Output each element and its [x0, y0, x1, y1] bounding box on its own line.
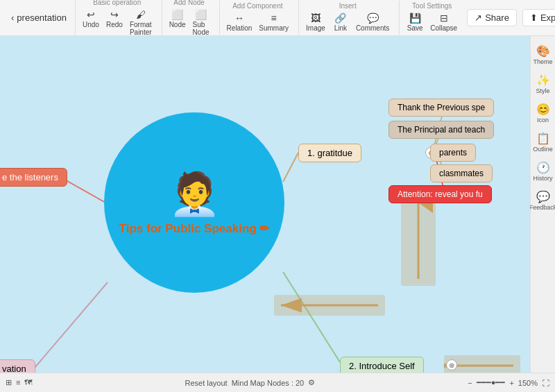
relation-button[interactable]: ↔ Relation — [224, 11, 255, 33]
collapse-icon: ⊟ — [440, 12, 448, 24]
back-button[interactable]: ‹ presentation — [6, 10, 72, 26]
undo-icon: ↩ — [87, 9, 95, 20]
insert-label: Insert — [339, 2, 357, 10]
basic-operation-label: Basic operation — [93, 0, 141, 6]
sub-node-button[interactable]: ⬜ Sub Node — [190, 8, 212, 37]
toolbar: ‹ presentation Basic operation ↩ Undo ↪ … — [0, 0, 555, 36]
introduce-collapse-button[interactable]: ⊕ — [446, 359, 457, 370]
share-icon: ↗ — [475, 12, 482, 23]
link-icon: 🔗 — [334, 12, 346, 24]
listeners-node[interactable]: e the listeners — [0, 168, 67, 187]
sidebar-item-style[interactable]: ✨ Style — [531, 71, 555, 97]
image-icon: 🖼 — [311, 12, 321, 24]
add-component-label: Add Component — [232, 2, 282, 10]
comments-icon: 💬 — [367, 12, 379, 24]
collapse-button[interactable]: ⊟ Collapse — [427, 11, 460, 33]
attention-node[interactable]: Attention: reveal you fu — [388, 185, 492, 203]
redo-icon: ↪ — [110, 9, 119, 20]
parents-node[interactable]: parents — [430, 144, 476, 162]
sidebar-item-icon[interactable]: 😊 Icon — [531, 100, 555, 126]
outline-icon: 📋 — [536, 132, 550, 145]
center-node[interactable]: 🧑‍💼 Tips for Public Speaking ✏ — [104, 112, 284, 293]
sidebar-item-theme[interactable]: 🎨 Theme — [531, 42, 555, 68]
history-icon: 🕐 — [536, 161, 550, 174]
list-icon[interactable]: ≡ — [16, 378, 20, 387]
style-icon: ✨ — [536, 74, 550, 87]
zoom-slider[interactable]: ━━━●━━ — [477, 378, 506, 387]
status-center: Reset layout Mind Map Nodes : 20 ⚙ — [185, 378, 316, 387]
main-area: 🧑‍💼 Tips for Public Speaking ✏ — [0, 36, 555, 392]
basic-operation-section: Basic operation ↩ Undo ↪ Redo 🖌 Format P… — [75, 0, 159, 39]
format-painter-icon: 🖌 — [136, 9, 146, 20]
app-title: presentation — [17, 12, 67, 23]
sidebar-item-outline[interactable]: 📋 Outline — [531, 129, 555, 155]
insert-section: Insert 🖼 Image 🔗 Link 💬 Comments — [298, 1, 396, 35]
thank-text: Thank the Previous spe — [398, 103, 485, 112]
tool-settings-section: Tool Settings 💾 Save ⊟ Collapse — [399, 1, 464, 35]
classmates-text: clasm​mates — [439, 169, 484, 178]
center-text: Tips for Public Speaking ✏ — [119, 221, 270, 236]
tool-settings-label: Tool Settings — [412, 2, 452, 10]
sidebar-item-history[interactable]: 🕐 History — [531, 158, 555, 185]
save-button[interactable]: 💾 Save — [404, 11, 426, 33]
svg-line-0 — [62, 178, 105, 203]
svg-rect-11 — [274, 295, 385, 316]
principal-text: The Principal and teach — [398, 125, 485, 135]
image-button[interactable]: 🖼 Image — [303, 11, 328, 33]
add-node-label: Add Node — [173, 0, 204, 6]
back-icon: ‹ — [11, 12, 14, 23]
theme-icon: 🎨 — [536, 44, 550, 58]
canvas[interactable]: 🧑‍💼 Tips for Public Speaking ✏ — [0, 36, 530, 392]
classmates-node[interactable]: clasm​mates — [430, 164, 493, 182]
link-button[interactable]: 🔗 Link — [330, 11, 352, 33]
settings-icon[interactable]: ⚙ — [308, 378, 315, 387]
feedback-icon: 💬 — [536, 190, 550, 203]
thank-node[interactable]: Thank the Previous spe — [388, 99, 494, 117]
map-icon[interactable]: 🗺 — [24, 378, 32, 387]
introduce-text: 2. Introduce Self — [349, 361, 415, 371]
sub-node-icon: ⬜ — [195, 9, 207, 20]
svg-line-1 — [283, 153, 298, 182]
gratitude-text: 1. gratitdue — [307, 148, 352, 158]
listeners-text: e the listeners — [2, 172, 58, 182]
undo-button[interactable]: ↩ Undo — [80, 8, 102, 37]
node-count: Mind Map Nodes : 20 — [232, 379, 305, 387]
right-sidebar: 🎨 Theme ✨ Style 😊 Icon 📋 Outline 🕐 Histo… — [530, 36, 555, 392]
zoom-in-button[interactable]: + — [509, 379, 513, 387]
export-icon: ⬆ — [530, 12, 538, 23]
status-bar: ⊞ ≡ 🗺 Reset layout Mind Map Nodes : 20 ⚙… — [0, 373, 555, 392]
format-painter-button[interactable]: 🖌 Format Painter — [127, 8, 155, 37]
comments-button[interactable]: 💬 Comments — [353, 11, 392, 33]
save-icon: 💾 — [409, 12, 421, 24]
zoom-level: 150% — [518, 379, 538, 387]
gratitude-node[interactable]: 1. gratitdue — [298, 144, 361, 162]
node-icon: ⬜ — [171, 9, 183, 20]
icon-icon: 😊 — [536, 103, 550, 116]
svg-rect-14 — [401, 196, 436, 286]
grid-icon[interactable]: ⊞ — [6, 378, 12, 387]
sidebar-item-feedback[interactable]: 💬 Feedback — [531, 187, 555, 214]
status-icons: ⊞ ≡ 🗺 — [6, 378, 32, 387]
zoom-out-button[interactable]: − — [468, 379, 472, 387]
fullscreen-button[interactable]: ⛶ — [542, 379, 549, 387]
principal-node[interactable]: The Principal and teach — [388, 121, 494, 139]
summary-icon: ≡ — [271, 12, 277, 24]
arrow-up-gratitude — [401, 196, 436, 289]
share-button[interactable]: ↗ Share — [467, 9, 517, 26]
parents-text: parents — [439, 148, 467, 157]
relation-icon: ↔ — [234, 12, 244, 24]
center-icon: 🧑‍💼 — [169, 169, 221, 219]
share-label: Share — [485, 12, 509, 23]
arrow-right-center — [274, 291, 385, 322]
status-right: − ━━━●━━ + 150% ⛶ — [468, 378, 549, 387]
redo-button[interactable]: ↪ Redo — [103, 8, 126, 37]
export-label: Export — [540, 12, 555, 23]
summary-button[interactable]: ≡ Summary — [256, 11, 291, 33]
node-button[interactable]: ⬜ Node — [166, 8, 189, 37]
toolbar-right: ↗ Share ⬆ Export — [467, 9, 555, 26]
attention-text: Attention: reveal you fu — [398, 189, 483, 199]
export-button[interactable]: ⬆ Export — [522, 9, 555, 26]
add-component-section: Add Component ↔ Relation ≡ Summary — [219, 1, 296, 35]
reset-layout-button[interactable]: Reset layout — [185, 379, 228, 387]
svg-line-2 — [35, 282, 108, 368]
